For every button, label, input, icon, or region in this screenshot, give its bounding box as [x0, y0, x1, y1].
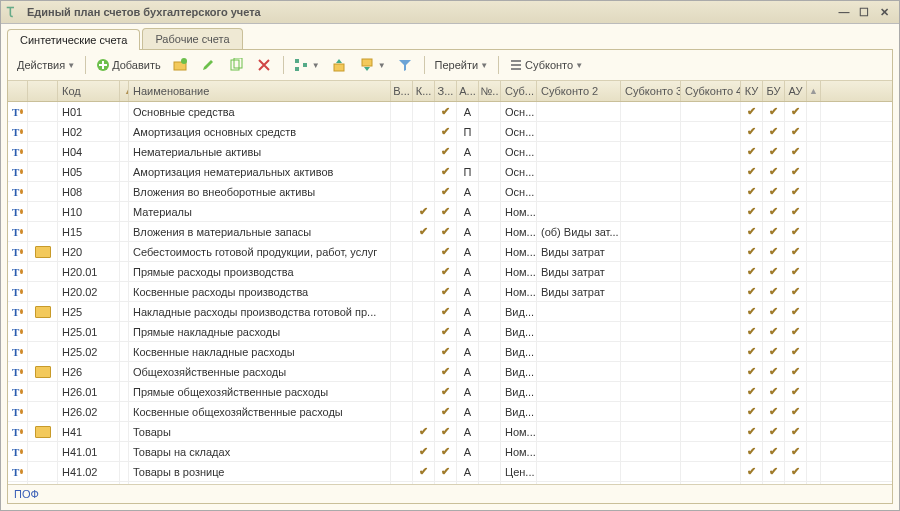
col-n[interactable]: №.. [479, 81, 501, 101]
cell-bu: ✔ [763, 262, 785, 281]
cell-sub4 [681, 122, 741, 141]
col-au[interactable]: АУ [785, 81, 807, 101]
col-ku[interactable]: КУ [741, 81, 763, 101]
col-code[interactable]: Код [58, 81, 120, 101]
copy-button[interactable] [224, 54, 250, 76]
row-type-icon: T [8, 122, 28, 141]
table-row[interactable]: TН26Общехозяйственные расходы✔АВид...✔✔✔ [8, 362, 892, 382]
table-row[interactable]: TН08Вложения во внеоборотные активы✔АОсн… [8, 182, 892, 202]
col-z[interactable]: З... [435, 81, 457, 101]
grid-body[interactable]: TН01Основные средства✔АОсн...✔✔✔TН02Амор… [8, 102, 892, 484]
tab-working[interactable]: Рабочие счета [142, 28, 242, 49]
maximize-button[interactable]: ☐ [855, 5, 873, 19]
cell-au: ✔ [785, 362, 807, 381]
cell-ku: ✔ [741, 462, 763, 481]
cell-z: ✔ [435, 142, 457, 161]
cell-a: А [457, 262, 479, 281]
subkonto-menu[interactable]: Субконто▼ [504, 54, 588, 76]
cell-sub2: (об) Виды зат... [537, 222, 621, 241]
hierarchy-button[interactable]: ▼ [289, 54, 325, 76]
add-group-button[interactable] [168, 54, 194, 76]
col-name[interactable]: Наименование [129, 81, 391, 101]
table-row[interactable]: TН10Материалы✔✔АНом...✔✔✔ [8, 202, 892, 222]
cell-ku: ✔ [741, 242, 763, 261]
cell-sub1: Осн... [501, 122, 537, 141]
col-bu[interactable]: БУ [763, 81, 785, 101]
col-sort-indicator[interactable]: ▲ [120, 81, 129, 101]
table-row[interactable]: TН26.02Косвенные общехозяйственные расхо… [8, 402, 892, 422]
table-row[interactable]: TН25Накладные расходы производства готов… [8, 302, 892, 322]
cell-a: А [457, 102, 479, 121]
actions-menu[interactable]: Действия▼ [12, 54, 80, 76]
row-folder-icon [28, 302, 58, 321]
separator [283, 56, 284, 74]
cell-k: ✔ [413, 202, 435, 221]
row-folder-icon [28, 342, 58, 361]
delete-button[interactable] [252, 54, 278, 76]
cell-v [391, 202, 413, 221]
cell-v [391, 422, 413, 441]
cell-bu: ✔ [763, 302, 785, 321]
table-row[interactable]: TН41.02Товары в рознице✔✔АЦен...✔✔✔ [8, 462, 892, 482]
table-row[interactable]: TН15Вложения в материальные запасы✔✔АНом… [8, 222, 892, 242]
cell-sub2 [537, 422, 621, 441]
table-row[interactable]: TН41Товары✔✔АНом...✔✔✔ [8, 422, 892, 442]
cell-name: Прямые расходы производства [129, 262, 391, 281]
table-row[interactable]: TН41.01Товары на складах✔✔АНом...✔✔✔ [8, 442, 892, 462]
cell-bu: ✔ [763, 462, 785, 481]
move-up-button[interactable] [327, 54, 353, 76]
col-a[interactable]: А... [457, 81, 479, 101]
table-row[interactable]: TН25.01Прямые накладные расходы✔АВид...✔… [8, 322, 892, 342]
cell-name: Товары в рознице [129, 462, 391, 481]
cell-au: ✔ [785, 342, 807, 361]
col-sub1[interactable]: Суб... [501, 81, 537, 101]
cell-bu: ✔ [763, 282, 785, 301]
table-row[interactable]: TН26.01Прямые общехозяйственные расходы✔… [8, 382, 892, 402]
add-button[interactable]: Добавить [91, 54, 166, 76]
cell-au: ✔ [785, 182, 807, 201]
close-button[interactable]: ✕ [875, 5, 893, 19]
col-k[interactable]: К... [413, 81, 435, 101]
cell-v [391, 462, 413, 481]
cell-n [479, 222, 501, 241]
cell-a: А [457, 322, 479, 341]
minimize-button[interactable]: — [835, 5, 853, 19]
col-icon[interactable] [8, 81, 28, 101]
toolbar: Действия▼ Добавить ▼ ▼ Перейти▼ Субконто… [8, 50, 892, 81]
col-sub4[interactable]: Субконто 4 [681, 81, 741, 101]
table-row[interactable]: TН01Основные средства✔АОсн...✔✔✔ [8, 102, 892, 122]
cell-a: А [457, 382, 479, 401]
svg-rect-5 [295, 59, 299, 63]
col-scroll-up[interactable]: ▲ [807, 81, 821, 101]
cell-name: Вложения во внеоборотные активы [129, 182, 391, 201]
col-folder[interactable] [28, 81, 58, 101]
cell-sub4 [681, 462, 741, 481]
tab-synthetic[interactable]: Синтетические счета [7, 29, 140, 50]
main-panel: Действия▼ Добавить ▼ ▼ Перейти▼ Субконто… [7, 49, 893, 504]
col-v[interactable]: В... [391, 81, 413, 101]
cell-name: Косвенные общехозяйственные расходы [129, 402, 391, 421]
edit-button[interactable] [196, 54, 222, 76]
table-row[interactable]: TН04Нематериальные активы✔АОсн...✔✔✔ [8, 142, 892, 162]
cell-sub2: Виды затрат [537, 262, 621, 281]
table-row[interactable]: TН20Себестоимость готовой продукции, раб… [8, 242, 892, 262]
svg-rect-9 [362, 59, 372, 66]
table-row[interactable]: TН05Амортизация нематериальных активов✔П… [8, 162, 892, 182]
table-row[interactable]: TН02Амортизация основных средств✔ПОсн...… [8, 122, 892, 142]
col-sub2[interactable]: Субконто 2 [537, 81, 621, 101]
cell-a: А [457, 202, 479, 221]
row-folder-icon [28, 462, 58, 481]
table-row[interactable]: TН25.02Косвенные накладные расходы✔АВид.… [8, 342, 892, 362]
table-row[interactable]: TН20.02Косвенные расходы производства✔АН… [8, 282, 892, 302]
cell-z: ✔ [435, 442, 457, 461]
cell-v [391, 262, 413, 281]
cell-name: Накладные расходы производства готовой п… [129, 302, 391, 321]
table-row[interactable]: TН20.01Прямые расходы производства✔АНом.… [8, 262, 892, 282]
col-sub3[interactable]: Субконто 3 [621, 81, 681, 101]
cell-ku: ✔ [741, 402, 763, 421]
cell-z: ✔ [435, 282, 457, 301]
cell-sub2 [537, 362, 621, 381]
move-down-button[interactable]: ▼ [355, 54, 391, 76]
filter-button[interactable] [393, 54, 419, 76]
goto-menu[interactable]: Перейти▼ [430, 54, 494, 76]
